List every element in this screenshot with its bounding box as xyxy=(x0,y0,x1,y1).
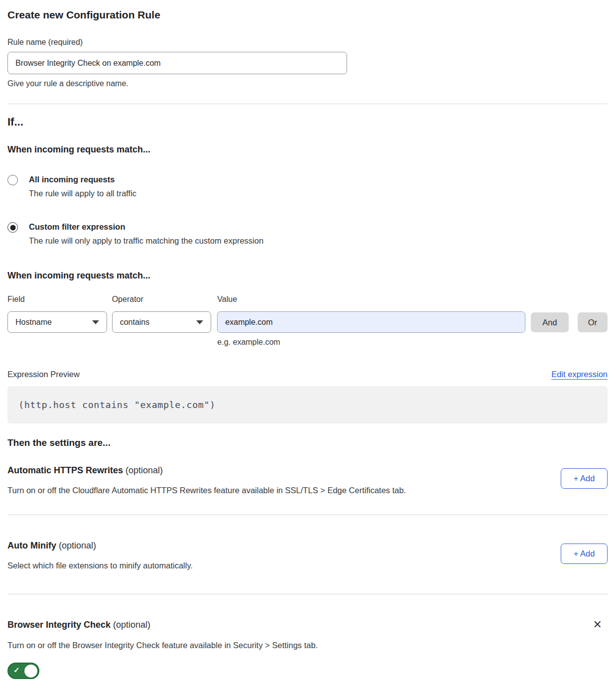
radio-button-unchecked[interactable] xyxy=(7,175,18,185)
setting-description: Turn on or off the Browser Integrity Che… xyxy=(7,640,608,651)
setting-optional-tag: (optional) xyxy=(123,465,163,475)
expression-preview-code: (http.host contains "example.com") xyxy=(18,400,216,410)
setting-titleline: Auto Minify (optional) xyxy=(7,540,193,551)
radio-option-label: Custom filter expression xyxy=(29,221,263,232)
value-help: e.g. example.com xyxy=(217,338,525,347)
chevron-down-icon xyxy=(196,320,203,324)
operator-column: Operator contains xyxy=(112,294,212,333)
if-heading: If... xyxy=(7,116,608,129)
setting-text: Auto Minify (optional) Select which file… xyxy=(7,540,193,571)
toggle-knob xyxy=(24,665,37,678)
setting-titleline: Browser Integrity Check (optional) xyxy=(7,619,150,631)
rule-name-input[interactable] xyxy=(7,52,347,74)
expression-preview-header: Expression Preview Edit expression xyxy=(7,370,608,379)
or-button[interactable]: Or xyxy=(578,312,608,332)
expression-preview-box: (http.host contains "example.com") xyxy=(7,386,608,423)
create-configuration-rule-form: Create new Configuration Rule Rule name … xyxy=(0,0,616,686)
rule-name-label: Rule name (required) xyxy=(7,37,608,47)
setting-automatic-https-rewrites: Automatic HTTPS Rewrites (optional) Turn… xyxy=(7,464,608,496)
operator-label: Operator xyxy=(112,294,212,304)
add-automatic-https-rewrites-button[interactable]: + Add xyxy=(561,468,608,489)
and-button[interactable]: And xyxy=(531,312,568,332)
setting-title: Automatic HTTPS Rewrites xyxy=(7,465,123,475)
field-select-value: Hostname xyxy=(15,318,52,327)
setting-auto-minify: Auto Minify (optional) Select which file… xyxy=(7,540,608,571)
expression-preview-label: Expression Preview xyxy=(7,370,80,379)
value-column: Value e.g. example.com xyxy=(217,294,525,347)
setting-browser-integrity-check: Browser Integrity Check (optional) ✕ Tur… xyxy=(7,618,608,681)
radio-option-custom-filter-expression[interactable]: Custom filter expression The rule will o… xyxy=(7,221,608,246)
field-column: Field Hostname xyxy=(7,294,107,333)
setting-titleline: Automatic HTTPS Rewrites (optional) xyxy=(7,464,406,476)
setting-optional-tag: (optional) xyxy=(111,620,150,630)
field-label: Field xyxy=(7,294,107,304)
operator-select[interactable]: contains xyxy=(112,311,212,333)
radio-button-checked[interactable] xyxy=(7,222,18,233)
setting-text: Automatic HTTPS Rewrites (optional) Turn… xyxy=(7,464,406,496)
section-divider xyxy=(7,515,608,515)
field-select[interactable]: Hostname xyxy=(7,311,107,333)
setting-title: Browser Integrity Check xyxy=(7,620,111,630)
radio-option-description: The rule will only apply to traffic matc… xyxy=(29,235,263,246)
operator-select-value: contains xyxy=(120,318,150,327)
section-divider xyxy=(7,104,608,104)
page-title: Create new Configuration Rule xyxy=(7,8,608,22)
radio-option-text: Custom filter expression The rule will o… xyxy=(29,221,263,246)
settings-heading: Then the settings are... xyxy=(7,437,608,448)
setting-optional-tag: (optional) xyxy=(56,541,96,550)
setting-description: Select which file extensions to minify a… xyxy=(7,560,193,571)
match-heading: When incoming requests match... xyxy=(7,144,608,155)
value-input[interactable] xyxy=(217,311,525,333)
value-label: Value xyxy=(217,294,525,304)
expression-builder-heading: When incoming requests match... xyxy=(7,270,608,281)
setting-header: Browser Integrity Check (optional) ✕ xyxy=(7,618,608,631)
browser-integrity-check-toggle[interactable]: ✓ xyxy=(7,663,39,679)
setting-title: Auto Minify xyxy=(7,541,56,550)
section-divider xyxy=(7,594,608,594)
radio-option-description: The rule will apply to all traffic xyxy=(29,188,136,199)
radio-option-text: All incoming requests The rule will appl… xyxy=(29,174,136,199)
chevron-down-icon xyxy=(92,320,99,324)
expression-builder-row: Field Hostname Operator contains Value e… xyxy=(7,294,608,347)
radio-option-label: All incoming requests xyxy=(29,174,136,185)
setting-description: Turn on or off the Cloudflare Automatic … xyxy=(7,485,406,496)
add-auto-minify-button[interactable]: + Add xyxy=(561,544,608,564)
edit-expression-link[interactable]: Edit expression xyxy=(551,370,608,379)
close-icon[interactable]: ✕ xyxy=(591,618,604,631)
radio-option-all-incoming-requests[interactable]: All incoming requests The rule will appl… xyxy=(7,174,608,199)
check-icon: ✓ xyxy=(13,666,20,675)
rule-name-help: Give your rule a descriptive name. xyxy=(7,79,608,89)
